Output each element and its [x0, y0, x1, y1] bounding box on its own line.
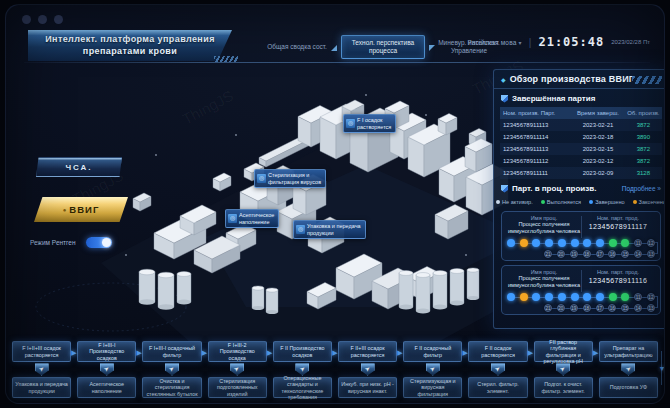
arrow-right-icon: ▶: [463, 350, 468, 356]
process-step-button[interactable]: F I+III-I осадочный фильтр▶: [142, 341, 201, 362]
process-flow-column: F II+III осадок растворяется▶➤Инкуб. при…: [338, 339, 397, 401]
table-header-row: Ном. произв. Парт.Время заверш.Об. произ…: [500, 107, 662, 119]
batch-number-cell: 12345678911113: [500, 146, 571, 152]
process-name-value: Процесс полученияиммуноглобулина человек…: [507, 221, 581, 234]
arrow-down-icon: ▼: [659, 365, 665, 372]
scene-label-tag[interactable]: ◎Асептическоенаполнение: [225, 209, 279, 228]
table-row: 123456789111132023-02-153872: [500, 143, 662, 155]
progress-dot: [507, 293, 515, 301]
progress-dot: 11: [634, 293, 642, 301]
clock-date: 2023/02/28 Пт: [611, 39, 650, 46]
completion-time-cell: 2023-02-15: [571, 146, 624, 152]
process-step-button[interactable]: Стерилизация подготовленных изделий◀: [208, 377, 267, 398]
progress-dot: 20: [557, 250, 565, 258]
progress-dot: 11: [634, 239, 642, 247]
process-name-value: Процесс полученияиммуноглобулина человек…: [507, 275, 581, 288]
table-row: 123456789111122023-02-123872: [500, 155, 662, 167]
process-step-button[interactable]: Стерилизующая и вирусная фильтрация◀: [403, 377, 462, 398]
process-step-button[interactable]: Асептическое наполнение◀: [77, 377, 136, 398]
process-step-button[interactable]: FII раствор глубинная фильтрация и регул…: [534, 341, 593, 362]
progress-line: [510, 297, 652, 298]
shield-glyph-icon: ➤: [494, 365, 502, 373]
shield-icon: ➤: [426, 363, 440, 376]
process-step-button[interactable]: F I+II+III осадок растворяется▶: [12, 341, 71, 362]
tag-marker-icon: ◎: [346, 119, 355, 128]
table-row: 123456789111142023-02-183890: [500, 131, 662, 143]
progress-dot: [583, 293, 591, 301]
process-step-button[interactable]: F II Производство осадков▶: [273, 341, 332, 362]
tag-text-line: наполнение: [239, 219, 274, 226]
tag-text: Упаковка и передачапродукции: [307, 223, 361, 236]
process-step-button[interactable]: Инкуб. при низк. pH - вирусная инакт.◀: [338, 377, 397, 398]
scene-label-tag[interactable]: ◎Стерилизация ифильтрация вирусов: [254, 169, 326, 188]
progress-dot: [571, 239, 579, 247]
scene-label-tag[interactable]: ◎Упаковка и передачапродукции: [293, 220, 366, 239]
process-step-button[interactable]: Препарат на ультрафильтрацию: [599, 341, 658, 362]
legend-item: Выполняется: [541, 199, 581, 205]
progress-dot: [532, 293, 540, 301]
progress-dot: [583, 239, 591, 247]
vvig-dot-icon: ●: [63, 207, 67, 213]
more-details-link[interactable]: Подробнее »: [622, 185, 661, 192]
vvig-button[interactable]: ● ВВИГ: [34, 197, 128, 222]
legend-dot-icon: [541, 200, 545, 204]
progress-dot: [571, 293, 579, 301]
tag-text-line: фильтрация вирусов: [268, 179, 321, 186]
table-row: 123456789111132023-02-213872: [500, 119, 662, 131]
shield-icon: ➤: [491, 363, 505, 376]
header-right-cluster: Расійская мова ▾ | 21:05:48 2023/02/28 П…: [467, 35, 650, 49]
shield-icon: ➤: [165, 363, 179, 376]
process-step-button[interactable]: Операционные стандарты и технологические…: [273, 377, 332, 398]
process-step-button[interactable]: F II осадок растворяется▶: [468, 341, 527, 362]
progress-dot: 12: [647, 293, 655, 301]
progress-dot: 14: [634, 304, 642, 312]
progress-dot: 18: [583, 250, 591, 258]
tag-text-line: Упаковка и передача: [307, 223, 361, 230]
progress-dot: 18: [583, 304, 591, 312]
progress-dot: [545, 239, 553, 247]
progress-dot: 17: [596, 250, 604, 258]
process-flow-column: F II осадок растворяется▶➤Стерил. фильтр…: [468, 339, 527, 401]
scene-label-tag[interactable]: ◎F I осадокрастворяется: [343, 114, 396, 133]
progress-dot: 21: [544, 250, 552, 258]
volume-cell: 3872: [625, 122, 662, 128]
tab-general-summary[interactable]: Общая сводка сост.: [258, 43, 336, 51]
completed-section-title: Завершённая партия: [512, 94, 661, 103]
process-step-button[interactable]: F I+III-I Производство осадков▶: [77, 341, 136, 362]
process-step-button[interactable]: Очистка и стерилизация стеклянных бутыло…: [142, 377, 201, 398]
batch-number-value: 12345678911117: [581, 221, 655, 234]
process-step-button[interactable]: F I+III-2 Производство осадка▶: [208, 341, 267, 362]
progress-dot: [545, 293, 553, 301]
progress-dot: 19: [570, 250, 578, 258]
progress-dot: 21: [544, 304, 552, 312]
progress-dot: 14: [634, 250, 642, 258]
process-step-button[interactable]: Упаковка и передача продукции: [12, 377, 71, 398]
completion-time-cell: 2023-02-18: [571, 134, 624, 140]
tag-text: F I осадокрастворяется: [357, 117, 391, 130]
tab-process-perspective[interactable]: Технол. перспектива процесса: [341, 35, 425, 59]
header-slash-decoration: [214, 56, 238, 62]
language-selector[interactable]: Расійская мова ▾: [467, 39, 521, 46]
progress-dot: [621, 239, 629, 247]
chsa-button[interactable]: ЧСА.: [36, 157, 122, 177]
stripe-decoration: [632, 76, 662, 84]
legend-dot-icon: [633, 200, 637, 204]
shield-glyph-icon: ➤: [559, 365, 567, 373]
legend-item: Закончено: [633, 199, 665, 205]
process-step-button[interactable]: Подгот. к очист. фильтр. элемент.◀: [534, 377, 593, 398]
legend-label: Закончено: [639, 199, 665, 205]
process-step-button[interactable]: Подготовка УФ◀: [599, 377, 658, 398]
legend-item: Не активир.: [496, 199, 533, 205]
process-step-button[interactable]: F II+III осадок растворяется▶: [338, 341, 397, 362]
shield-icon: ➤: [556, 363, 570, 376]
arrow-right-icon: ▶: [397, 350, 402, 356]
arrow-right-icon: ▶: [593, 350, 598, 356]
process-step-button[interactable]: Стерил. фильтр. элемент.◀: [468, 377, 527, 398]
progress-dot: 17: [596, 304, 604, 312]
process-step-button[interactable]: F II осадочный фильтр▶: [403, 341, 462, 362]
xray-toggle[interactable]: [86, 237, 112, 248]
svg-text:ThingJS: ThingJS: [179, 87, 236, 128]
volume-cell: 3128: [625, 170, 662, 176]
progress-dot: 20: [557, 304, 565, 312]
progress-dot: 16: [608, 304, 616, 312]
